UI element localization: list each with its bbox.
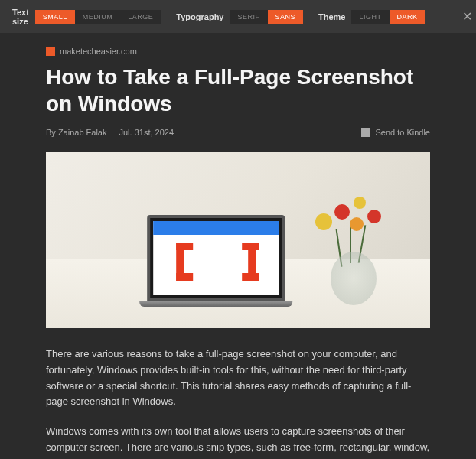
article-paragraph: There are various reasons to take a full…: [46, 347, 430, 410]
article-author: By Zainab Falak: [46, 128, 106, 137]
text-size-large[interactable]: LARGE: [120, 10, 161, 24]
article-source: maketecheasier.com: [46, 47, 430, 56]
text-size-segmented: SMALL MEDIUM LARGE: [35, 10, 161, 24]
source-favicon: [46, 47, 55, 56]
typography-label: Typography: [176, 12, 223, 21]
source-domain: maketecheasier.com: [60, 47, 137, 56]
typography-serif[interactable]: SERIF: [230, 10, 267, 24]
typography-sans[interactable]: SANS: [268, 10, 304, 24]
close-button[interactable]: ✕: [456, 6, 476, 27]
text-size-medium[interactable]: MEDIUM: [75, 10, 121, 24]
theme-light[interactable]: LIGHT: [351, 10, 389, 24]
hero-image: [46, 152, 430, 328]
theme-segmented: LIGHT DARK: [351, 10, 425, 24]
text-size-group: Text size SMALL MEDIUM LARGE: [12, 8, 161, 26]
article-meta: By Zainab Falak Jul. 31st, 2024 Send to …: [46, 128, 430, 137]
laptop-graphic: [147, 215, 285, 307]
theme-label: Theme: [318, 12, 345, 21]
text-size-label: Text size: [12, 8, 29, 26]
article-paragraph: Windows comes with its own tool that all…: [46, 424, 430, 459]
article-content: maketecheasier.com How to Take a Full-Pa…: [0, 33, 476, 459]
typography-group: Typography SERIF SANS: [176, 10, 303, 24]
close-icon: ✕: [462, 10, 472, 23]
typography-segmented: SERIF SANS: [230, 10, 303, 24]
send-to-kindle-label: Send to Kindle: [375, 128, 430, 137]
article-date: Jul. 31st, 2024: [119, 128, 174, 137]
send-to-kindle-button[interactable]: Send to Kindle: [361, 128, 430, 137]
kindle-icon: [361, 128, 370, 137]
text-size-small[interactable]: SMALL: [35, 10, 75, 24]
reader-toolbar: Text size SMALL MEDIUM LARGE Typography …: [0, 0, 476, 33]
theme-group: Theme LIGHT DARK: [318, 10, 425, 24]
theme-dark[interactable]: DARK: [390, 10, 425, 24]
article-title: How to Take a Full-Page Screenshot on Wi…: [46, 63, 430, 117]
